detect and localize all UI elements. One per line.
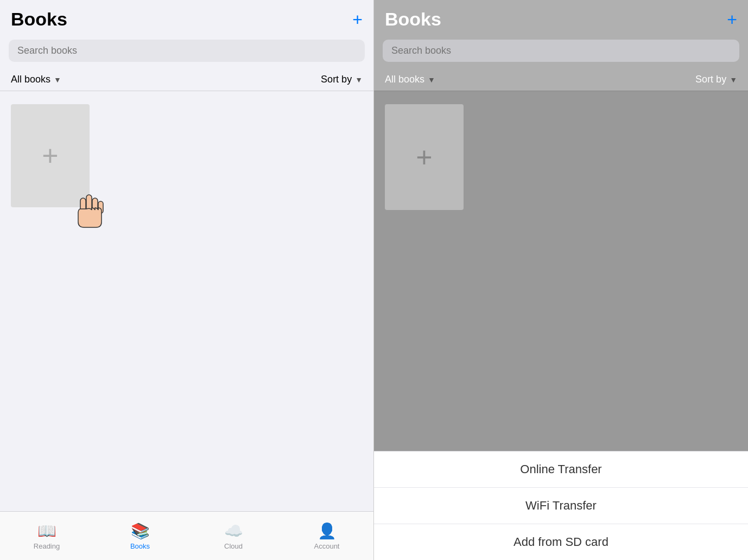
tab-books[interactable]: 📚 Books	[118, 522, 162, 550]
tab-books-label: Books	[130, 542, 150, 550]
tab-cloud[interactable]: ☁️ Cloud	[212, 522, 255, 550]
tab-reading[interactable]: 📖 Reading	[25, 522, 68, 550]
left-all-books-button[interactable]: All books ▼	[11, 74, 61, 85]
left-allbooks-chevron-icon: ▼	[54, 75, 61, 84]
left-search-container	[0, 35, 373, 68]
right-search-input[interactable]	[383, 40, 739, 62]
tab-cloud-label: Cloud	[224, 542, 243, 550]
left-add-book-tile[interactable]: +	[11, 104, 90, 207]
left-add-button[interactable]: +	[352, 11, 363, 28]
right-add-book-tile[interactable]: +	[385, 104, 464, 210]
left-sort-button[interactable]: Sort by ▼	[321, 74, 363, 85]
left-title: Books	[11, 9, 67, 30]
right-add-book-plus-icon: +	[416, 143, 432, 171]
left-tab-bar: 📖 Reading 📚 Books ☁️ Cloud 👤 Account	[0, 511, 373, 560]
action-sheet: Online Transfer WiFi Transfer Add from S…	[374, 451, 748, 560]
wifi-transfer-item[interactable]: WiFi Transfer	[374, 488, 748, 524]
right-title: Books	[385, 9, 441, 30]
left-books-grid: +	[0, 91, 373, 511]
tab-account[interactable]: 👤 Account	[305, 522, 348, 550]
svg-rect-0	[86, 195, 92, 211]
svg-rect-1	[80, 198, 86, 212]
cloud-icon: ☁️	[224, 522, 243, 540]
left-search-input[interactable]	[9, 40, 365, 62]
right-filter-bar: All books ▼ Sort by ▼	[374, 68, 748, 91]
right-books-grid: +	[374, 91, 748, 451]
tab-reading-label: Reading	[34, 542, 60, 550]
right-sort-chevron-icon: ▼	[730, 75, 737, 84]
account-icon: 👤	[318, 522, 337, 540]
right-header: Books +	[374, 0, 748, 35]
left-panel: Books + All books ▼ Sort by ▼ +	[0, 0, 374, 560]
left-header: Books +	[0, 0, 373, 35]
left-filter-bar: All books ▼ Sort by ▼	[0, 68, 373, 91]
right-sort-button[interactable]: Sort by ▼	[695, 74, 737, 85]
right-allbooks-chevron-icon: ▼	[428, 75, 435, 84]
left-sort-chevron-icon: ▼	[355, 75, 363, 84]
right-add-button[interactable]: +	[727, 11, 737, 28]
right-all-books-button[interactable]: All books ▼	[385, 74, 435, 85]
reading-icon: 📖	[37, 522, 56, 540]
books-icon: 📚	[131, 522, 150, 540]
right-panel: Books + All books ▼ Sort by ▼ + Online T…	[374, 0, 748, 560]
online-transfer-item[interactable]: Online Transfer	[374, 451, 748, 488]
svg-rect-2	[92, 198, 98, 212]
left-add-book-plus-icon: +	[42, 142, 58, 170]
tab-account-label: Account	[314, 542, 340, 550]
cursor-hand-icon	[71, 193, 106, 232]
add-from-sd-item[interactable]: Add from SD card	[374, 524, 748, 560]
svg-rect-3	[98, 201, 103, 213]
right-search-container	[374, 35, 748, 68]
